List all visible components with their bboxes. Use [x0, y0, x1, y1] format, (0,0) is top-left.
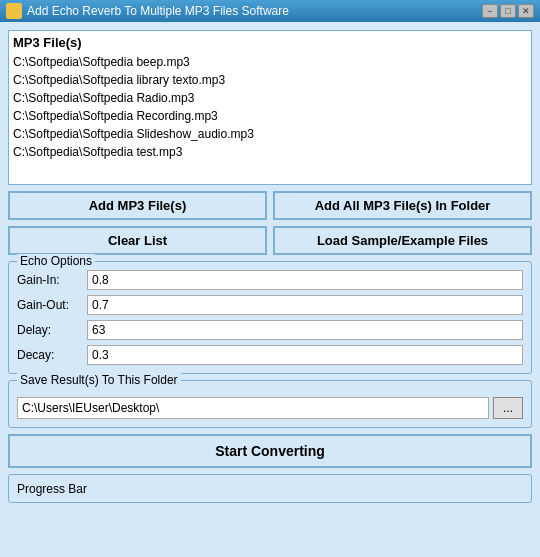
file-list: C:\Softpedia\Softpedia beep.mp3C:\Softpe…: [13, 53, 527, 161]
load-sample-button[interactable]: Load Sample/Example Files: [273, 226, 532, 255]
start-converting-button[interactable]: Start Converting: [8, 434, 532, 468]
delay-label: Delay:: [17, 323, 87, 337]
echo-options-label: Echo Options: [17, 254, 95, 268]
main-content: MP3 File(s) C:\Softpedia\Softpedia beep.…: [0, 22, 540, 511]
title-bar-left: Add Echo Reverb To Multiple MP3 Files So…: [6, 3, 289, 19]
list-item: C:\Softpedia\Softpedia test.mp3: [13, 143, 527, 161]
list-item: C:\Softpedia\Softpedia beep.mp3: [13, 53, 527, 71]
list-item: C:\Softpedia\Softpedia Slideshow_audio.m…: [13, 125, 527, 143]
delay-input[interactable]: [87, 320, 523, 340]
save-folder-section: Save Result(s) To This Folder ...: [8, 380, 532, 428]
gain-out-input[interactable]: [87, 295, 523, 315]
maximize-button[interactable]: □: [500, 4, 516, 18]
title-bar: Add Echo Reverb To Multiple MP3 Files So…: [0, 0, 540, 22]
progress-bar-label: Progress Bar: [17, 482, 87, 496]
gain-in-row: Gain-In:: [17, 270, 523, 290]
gain-in-label: Gain-In:: [17, 273, 87, 287]
progress-bar-section: Progress Bar: [8, 474, 532, 503]
decay-input[interactable]: [87, 345, 523, 365]
gain-in-input[interactable]: [87, 270, 523, 290]
file-list-header: MP3 File(s): [13, 35, 527, 50]
list-item: C:\Softpedia\Softpedia Recording.mp3: [13, 107, 527, 125]
add-files-button[interactable]: Add MP3 File(s): [8, 191, 267, 220]
minimize-button[interactable]: −: [482, 4, 498, 18]
gain-out-row: Gain-Out:: [17, 295, 523, 315]
app-icon: [6, 3, 22, 19]
list-item: C:\Softpedia\Softpedia Radio.mp3: [13, 89, 527, 107]
folder-row: ...: [17, 397, 523, 419]
button-row-2: Clear List Load Sample/Example Files: [8, 226, 532, 255]
decay-row: Decay:: [17, 345, 523, 365]
list-item: C:\Softpedia\Softpedia library texto.mp3: [13, 71, 527, 89]
folder-path-input[interactable]: [17, 397, 489, 419]
title-buttons: − □ ✕: [482, 4, 534, 18]
decay-label: Decay:: [17, 348, 87, 362]
save-folder-label: Save Result(s) To This Folder: [17, 373, 181, 387]
gain-out-label: Gain-Out:: [17, 298, 87, 312]
close-button[interactable]: ✕: [518, 4, 534, 18]
delay-row: Delay:: [17, 320, 523, 340]
clear-list-button[interactable]: Clear List: [8, 226, 267, 255]
file-list-container[interactable]: MP3 File(s) C:\Softpedia\Softpedia beep.…: [8, 30, 532, 185]
title-text: Add Echo Reverb To Multiple MP3 Files So…: [27, 4, 289, 18]
button-row-1: Add MP3 File(s) Add All MP3 File(s) In F…: [8, 191, 532, 220]
echo-options-section: Echo Options Gain-In: Gain-Out: Delay: D…: [8, 261, 532, 374]
add-folder-button[interactable]: Add All MP3 File(s) In Folder: [273, 191, 532, 220]
browse-button[interactable]: ...: [493, 397, 523, 419]
